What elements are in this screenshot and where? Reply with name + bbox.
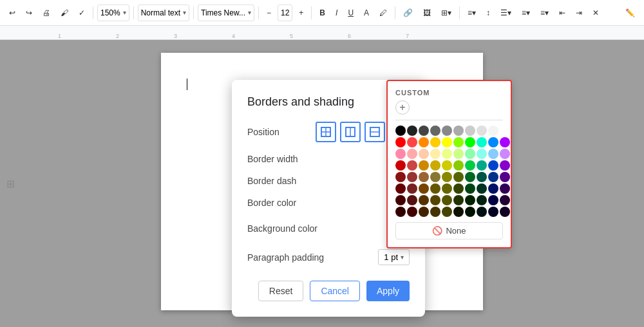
indent-button[interactable]: ≡▾ <box>536 6 553 19</box>
redo-button[interactable]: ↪ <box>22 6 36 19</box>
color-swatch[interactable] <box>419 207 429 217</box>
color-swatch[interactable] <box>430 183 440 194</box>
clear-format[interactable]: ✕ <box>589 6 603 19</box>
color-swatch[interactable] <box>488 195 498 205</box>
color-swatch[interactable] <box>442 137 452 147</box>
bold-button[interactable]: B <box>316 6 329 19</box>
color-swatch[interactable] <box>488 207 498 217</box>
color-swatch[interactable] <box>395 160 406 171</box>
cancel-button[interactable]: Cancel <box>310 281 360 301</box>
color-swatch[interactable] <box>465 195 475 205</box>
color-swatch[interactable] <box>395 126 406 136</box>
color-swatch[interactable] <box>407 207 417 217</box>
color-swatch[interactable] <box>395 195 406 205</box>
color-swatch[interactable] <box>442 172 452 182</box>
paint-format-button[interactable]: 🖌 <box>57 6 72 19</box>
color-swatch[interactable] <box>477 126 487 136</box>
edit-mode-button[interactable]: ✏️ <box>621 6 639 19</box>
color-swatch[interactable] <box>477 195 487 205</box>
color-swatch[interactable] <box>453 126 464 136</box>
color-swatch[interactable] <box>442 195 452 205</box>
color-swatch[interactable] <box>407 195 417 205</box>
color-swatch[interactable] <box>407 137 417 147</box>
color-swatch[interactable] <box>477 183 487 194</box>
color-swatch[interactable] <box>488 160 498 171</box>
color-swatch[interactable] <box>419 195 429 205</box>
color-swatch[interactable] <box>465 160 475 171</box>
color-swatch[interactable] <box>419 172 429 182</box>
color-swatch[interactable] <box>500 207 510 217</box>
color-swatch[interactable] <box>419 126 429 136</box>
color-swatch[interactable] <box>407 160 417 171</box>
color-swatch[interactable] <box>465 172 475 182</box>
color-swatch[interactable] <box>453 137 464 147</box>
color-swatch[interactable] <box>500 195 510 205</box>
color-swatch[interactable] <box>453 160 464 171</box>
insert-button[interactable]: ⊞▾ <box>437 6 455 19</box>
color-swatch[interactable] <box>395 149 406 159</box>
color-swatch[interactable] <box>430 207 440 217</box>
color-swatch[interactable] <box>477 160 487 171</box>
none-color-button[interactable]: 🚫 None <box>395 222 503 239</box>
position-all-borders[interactable] <box>316 122 336 142</box>
color-swatch[interactable] <box>453 207 464 217</box>
highlight-button[interactable]: 🖊 <box>375 6 391 19</box>
color-swatch[interactable] <box>465 126 475 136</box>
color-swatch[interactable] <box>465 137 475 147</box>
color-swatch[interactable] <box>500 183 510 194</box>
color-swatch[interactable] <box>453 149 464 159</box>
color-swatch[interactable] <box>488 137 498 147</box>
color-swatch[interactable] <box>442 207 452 217</box>
color-swatch[interactable] <box>430 126 440 136</box>
color-swatch[interactable] <box>395 183 406 194</box>
color-swatch[interactable] <box>407 149 417 159</box>
color-swatch[interactable] <box>419 137 429 147</box>
color-swatch[interactable] <box>500 160 510 171</box>
align-button[interactable]: ≡▾ <box>464 6 480 19</box>
color-swatch[interactable] <box>442 149 452 159</box>
color-swatch[interactable] <box>430 160 440 171</box>
position-inner-borders[interactable] <box>340 122 361 142</box>
font-select[interactable]: Times New... ▾ <box>198 5 254 21</box>
padding-dropdown[interactable]: 1 pt ▾ <box>378 249 410 265</box>
color-swatch[interactable] <box>430 149 440 159</box>
color-swatch[interactable] <box>453 195 464 205</box>
add-custom-color-button[interactable]: + <box>395 100 410 115</box>
image-button[interactable]: 🖼 <box>419 6 435 19</box>
color-swatch[interactable] <box>477 137 487 147</box>
color-swatch[interactable] <box>430 137 440 147</box>
color-swatch[interactable] <box>407 172 417 182</box>
color-swatch[interactable] <box>488 149 498 159</box>
color-swatch[interactable] <box>500 172 510 182</box>
color-swatch[interactable] <box>442 160 452 171</box>
text-color-button[interactable]: A <box>360 6 373 19</box>
indent-more[interactable]: ⇥ <box>572 6 586 19</box>
color-swatch[interactable] <box>500 126 510 136</box>
color-swatch[interactable] <box>395 207 406 217</box>
bullet-button[interactable]: ≡▾ <box>518 6 534 19</box>
color-swatch[interactable] <box>395 137 406 147</box>
print-button[interactable]: 🖨 <box>39 6 54 19</box>
color-swatch[interactable] <box>419 183 429 194</box>
color-swatch[interactable] <box>430 195 440 205</box>
font-size-select[interactable]: 12 <box>278 5 292 21</box>
font-size-increase[interactable]: + <box>295 6 307 19</box>
color-swatch[interactable] <box>477 172 487 182</box>
underline-button[interactable]: U <box>344 6 357 19</box>
color-swatch[interactable] <box>442 183 452 194</box>
color-swatch[interactable] <box>488 126 498 136</box>
style-select[interactable]: Normal text ▾ <box>138 5 189 21</box>
undo-button[interactable]: ↩ <box>5 6 19 19</box>
color-swatch[interactable] <box>488 172 498 182</box>
italic-button[interactable]: I <box>332 6 341 19</box>
color-swatch[interactable] <box>488 183 498 194</box>
link-button[interactable]: 🔗 <box>399 6 417 19</box>
apply-button[interactable]: Apply <box>366 281 410 301</box>
color-swatch[interactable] <box>407 183 417 194</box>
line-spacing-button[interactable]: ↕ <box>482 6 494 19</box>
color-swatch[interactable] <box>407 126 417 136</box>
reset-button[interactable]: Reset <box>258 281 304 301</box>
color-swatch[interactable] <box>465 183 475 194</box>
color-swatch[interactable] <box>477 149 487 159</box>
color-swatch[interactable] <box>395 172 406 182</box>
